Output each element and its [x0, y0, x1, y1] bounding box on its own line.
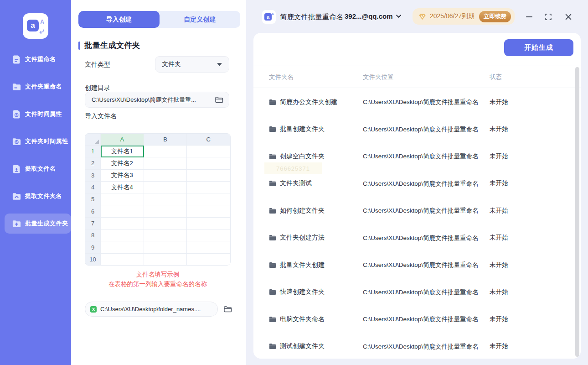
create-mode-tabs: 导入创建 自定义创建: [78, 11, 240, 28]
sheet-row-number[interactable]: 9: [85, 241, 101, 253]
renew-button[interactable]: 立即续费: [479, 11, 511, 22]
sheet-row-number[interactable]: 4: [85, 182, 101, 193]
sheet-cell-B2[interactable]: [144, 157, 187, 169]
table-row[interactable]: 批量文件夹创建C:\Users\XU\Desktop\简鹿文件批量重命名未开始: [253, 251, 581, 279]
sheet-row-number[interactable]: 1: [85, 146, 101, 157]
table-scrollbar[interactable]: [575, 67, 579, 357]
sheet-cell-C1[interactable]: [187, 146, 230, 157]
folder-name-cell: 批量创建文件夹: [253, 125, 363, 133]
sheet-cell-B9[interactable]: [144, 241, 187, 253]
sheet-cell-A8[interactable]: [101, 229, 144, 241]
start-generate-button[interactable]: 开始生成: [504, 39, 573, 56]
sidebar-item-folder-rename[interactable]: 文件夹重命名: [0, 77, 71, 97]
tab-import-create[interactable]: 导入创建: [78, 11, 160, 28]
sheet-column-header-C[interactable]: C: [187, 134, 230, 146]
sidebar-item-extract-file[interactable]: 提取文件名: [0, 159, 71, 179]
table-row[interactable]: 如何创建文件夹C:\Users\XU\Desktop\简鹿文件批量重命名未开始: [253, 197, 581, 224]
folder-icon: [269, 99, 276, 105]
folder-icon: [269, 180, 276, 187]
sheet-cell-C6[interactable]: [187, 205, 230, 217]
sheet-cell-C7[interactable]: [187, 218, 230, 229]
sidebar-item-folder-time[interactable]: 文件夹时间属性: [0, 131, 71, 151]
sheet-cell-C4[interactable]: [187, 182, 230, 193]
sheet-cell-B6[interactable]: [144, 205, 187, 217]
sheet-cell-A9[interactable]: [101, 241, 144, 253]
sheet-cell-A6[interactable]: [101, 205, 144, 217]
logo-A-glyph: A: [40, 19, 44, 25]
sheet-cell-A10[interactable]: [101, 254, 144, 266]
minimize-button[interactable]: [524, 12, 534, 22]
folder-name: 如何创建文件夹: [280, 207, 325, 215]
close-button[interactable]: [563, 12, 573, 22]
sheet-cell-B10[interactable]: [144, 254, 187, 266]
sheet-row-number[interactable]: 8: [85, 229, 101, 241]
logo-a-glyph: a: [264, 13, 272, 21]
sheet-cell-C5[interactable]: [187, 193, 230, 205]
sheet-row-number[interactable]: 3: [85, 170, 101, 182]
table-row[interactable]: 创建空白文件夹C:\Users\XU\Desktop\简鹿文件批量重命名未开始: [253, 143, 581, 170]
sheet-cell-C3[interactable]: [187, 170, 230, 182]
logo-A-glyph: A: [271, 12, 274, 16]
excel-file-input[interactable]: C:\Users\XU\Desktop\folder_names....: [85, 302, 218, 317]
sheet-cell-C9[interactable]: [187, 241, 230, 253]
sidebar-item-label: 文件夹重命名: [25, 83, 62, 91]
sheet-cell-C10[interactable]: [187, 254, 230, 266]
folder-open-icon[interactable]: [215, 96, 223, 104]
sheet-row-number[interactable]: 2: [85, 157, 101, 169]
sidebar-item-extract-folder[interactable]: 提取文件夹名: [0, 186, 71, 206]
sheet-cell-C2[interactable]: [187, 157, 230, 169]
account-dropdown[interactable]: 392...@qq.com: [345, 12, 401, 20]
sheet-row-number[interactable]: 7: [85, 218, 101, 229]
sidebar-item-file-rename[interactable]: 文件重命名: [0, 49, 71, 69]
sheet-cell-B4[interactable]: [144, 182, 187, 193]
sheet-cell-B8[interactable]: [144, 229, 187, 241]
sheet-cell-C8[interactable]: [187, 229, 230, 241]
maximize-button[interactable]: [543, 12, 553, 22]
sheet-cell-B5[interactable]: [144, 193, 187, 205]
sheet-cell-B3[interactable]: [144, 170, 187, 182]
table-row[interactable]: 测试创建文件夹C:\Users\XU\Desktop\简鹿文件批量重命名未开始: [253, 333, 581, 359]
tab-custom-create[interactable]: 自定义创建: [160, 11, 241, 28]
sheet-column-header-A[interactable]: A: [101, 134, 144, 146]
sheet-column-header-B[interactable]: B: [144, 134, 187, 146]
sheet-row-number[interactable]: 6: [85, 205, 101, 217]
table-row[interactable]: 快速创建文件夹C:\Users\XU\Desktop\简鹿文件批量重命名未开始: [253, 279, 581, 306]
status-cell: 未开始: [490, 288, 581, 296]
browse-file-icon[interactable]: [223, 305, 232, 313]
sheet-cell-A5[interactable]: [101, 193, 144, 205]
app-title: 简鹿文件批量重命名: [280, 13, 344, 21]
sheet-cell-B7[interactable]: [144, 218, 187, 229]
sidebar-item-generate-folder[interactable]: 批量生成文件夹: [5, 214, 71, 234]
sidebar: a A 文件重命名文件夹重命名文件时间属性文件夹时间属性提取文件名提取文件夹名批…: [0, 0, 71, 365]
sheet-cell-A7[interactable]: [101, 218, 144, 229]
table-row[interactable]: 简鹿办公文件夹创建C:\Users\XU\Desktop\简鹿文件批量重命名未开…: [253, 89, 581, 116]
table-row[interactable]: 文件夹测试C:\Users\XU\Desktop\简鹿文件批量重命名未开始: [253, 170, 581, 198]
status-cell: 未开始: [490, 125, 581, 133]
sidebar-item-label: 提取文件名: [25, 165, 56, 173]
sheet-cell-A2[interactable]: 文件名2: [101, 157, 144, 169]
sheet-cell-A1[interactable]: 文件名1: [101, 146, 144, 157]
folder-name-cell: 简鹿办公文件夹创建: [253, 98, 363, 106]
sheet-cell-A4[interactable]: 文件名4: [101, 182, 144, 193]
folder-name: 电脑文件夹命名: [280, 315, 325, 323]
sheet-cell-B1[interactable]: [144, 146, 187, 157]
scrollbar-thumb[interactable]: [575, 67, 579, 357]
sheet-row-number[interactable]: 5: [85, 193, 101, 205]
table-row[interactable]: 批量创建文件夹C:\Users\XU\Desktop\简鹿文件批量重命名未开始: [253, 116, 581, 143]
hint-text: 文件名填写示例 在表格的第一列输入要重命名的名称: [85, 270, 231, 289]
table-row[interactable]: 电脑文件夹命名C:\Users\XU\Desktop\简鹿文件批量重命名未开始: [253, 306, 581, 333]
folder-rename-icon: [12, 82, 21, 92]
table-row[interactable]: 文件夹创建方法C:\Users\XU\Desktop\简鹿文件批量重命名未开始: [253, 224, 581, 252]
file-type-dropdown[interactable]: 文件夹: [155, 56, 229, 73]
column-header-folder-location: 文件夹位置: [363, 73, 490, 81]
sheet-cell-A3[interactable]: 文件名3: [101, 170, 144, 182]
file-time-icon: [12, 110, 21, 119]
vip-expiry-date: 2025/06/27到期: [430, 12, 475, 21]
create-dir-input[interactable]: C:\Users\XU\Desktop\简鹿文件批量重...: [85, 92, 229, 108]
import-names-label: 导入文件名: [85, 112, 117, 120]
sheet-row-number[interactable]: 10: [85, 254, 101, 266]
sidebar-item-file-time[interactable]: 文件时间属性: [0, 104, 71, 124]
status-cell: 未开始: [490, 152, 581, 161]
sheet-select-all-corner[interactable]: [85, 134, 101, 146]
folder-name-cell: 如何创建文件夹: [253, 207, 363, 215]
